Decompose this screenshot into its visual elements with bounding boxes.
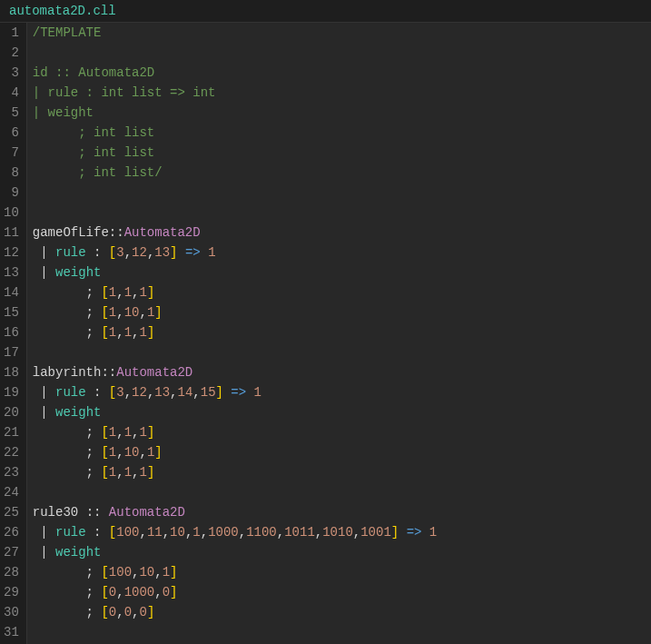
token: 1 [109,305,116,320]
token: ; [33,465,102,480]
token: ; int list [33,145,154,160]
token: ; int list/ [33,165,163,180]
token: 1000 [208,525,239,540]
code-line[interactable]: | rule : [100,11,10,1,1000,1100,1011,101… [33,522,651,542]
line-number: 2 [4,43,19,63]
token: ] [147,325,154,340]
token [201,245,208,260]
token: 0 [163,585,170,599]
code-line[interactable] [33,183,651,203]
token: :: [78,505,109,520]
code-line[interactable]: ; [1,10,1] [33,442,651,462]
token: , [192,385,200,400]
token [33,405,40,420]
code-line[interactable]: ; int list [33,123,651,143]
code-line[interactable]: | rule : int list => int [33,83,651,103]
token: [ [109,245,116,260]
code-line[interactable]: ; [100,10,1] [33,562,651,582]
token: ; [33,305,102,320]
token [33,265,40,280]
code-line[interactable]: /TEMPLATE [33,23,651,43]
token: 10 [124,305,140,320]
code-line[interactable]: | rule : [3,12,13] => 1 [33,243,651,263]
code-line[interactable]: ; [1,1,1] [33,462,651,482]
token [33,385,40,400]
token: 1 [208,245,215,260]
line-number: 3 [4,63,19,83]
code-line[interactable]: id :: Automata2D [33,63,651,83]
token: rule [55,525,86,540]
token: : [86,385,109,400]
token: :: [109,225,124,240]
token: rule [55,385,86,400]
code-line[interactable]: | weight [33,263,651,282]
token: 1 [109,465,116,480]
code-line[interactable]: ; int list [33,143,651,163]
code-line[interactable]: ; [1,10,1] [33,302,651,322]
editor: 1234567891011121314151617181920212223242… [0,23,651,644]
token: , [116,325,123,340]
token: labyrinth [33,365,102,380]
token: [ [101,445,108,460]
token: 1 [109,445,116,460]
token: 13 [154,245,170,260]
token: , [139,305,146,320]
token: rule [55,245,86,260]
token [33,525,40,540]
code-line[interactable]: rule30 :: Automata2D [33,502,651,522]
token: 1 [254,385,261,400]
token: weight [55,545,101,560]
token: /TEMPLATE [33,25,102,40]
token: [ [101,305,108,320]
code-line[interactable]: ; [1,1,1] [33,322,651,342]
token: | weight [33,105,94,120]
code-line[interactable] [33,622,651,642]
token: , [201,525,208,540]
token: , [154,565,162,580]
token: 1001 [360,525,391,540]
token: 1 [124,425,132,440]
line-number: 11 [4,223,19,243]
line-number: 1 [4,23,19,43]
token: | [40,265,47,280]
line-number: 13 [4,263,19,282]
code-line[interactable]: ; [1,1,1] [33,282,651,302]
code-line[interactable] [33,482,651,502]
code-line[interactable]: | weight [33,402,651,422]
code-line[interactable]: | weight [33,103,651,123]
line-number: 7 [4,143,19,163]
token: 0 [109,605,116,619]
token: , [170,385,177,400]
token: : [86,525,109,540]
token: | [40,385,47,400]
code-line[interactable]: gameOfLife::Automata2D [33,223,651,243]
code-line[interactable]: ; int list/ [33,163,651,183]
token: ; [33,565,102,580]
token: 15 [201,385,216,400]
code-area[interactable]: /TEMPLATEid :: Automata2D| rule : int li… [27,23,651,644]
code-line[interactable]: | weight [33,542,651,562]
line-number: 17 [4,342,19,362]
token: [ [101,425,108,440]
code-line[interactable] [33,203,651,223]
tab-title[interactable]: automata2D.cll [0,0,651,23]
token: 10 [170,525,185,540]
code-line[interactable] [33,342,651,362]
code-line[interactable]: | rule : [3,12,13,14,15] => 1 [33,382,651,402]
code-line[interactable]: ; [1,1,1] [33,422,651,442]
code-line[interactable] [33,43,651,63]
token: => [185,245,201,260]
token [48,545,55,560]
token: 0 [109,585,116,599]
line-number: 19 [4,382,19,402]
token: 14 [178,385,193,400]
code-line[interactable]: labyrinth::Automata2D [33,362,651,382]
token: ; [33,605,102,619]
token: | [40,545,47,560]
token: | [40,525,47,540]
code-line[interactable]: ; [0,0,0] [33,602,651,622]
code-line[interactable]: ; [0,1000,0] [33,582,651,602]
line-number: 18 [4,362,19,382]
line-number: 5 [4,103,19,123]
token: 3 [116,385,123,400]
